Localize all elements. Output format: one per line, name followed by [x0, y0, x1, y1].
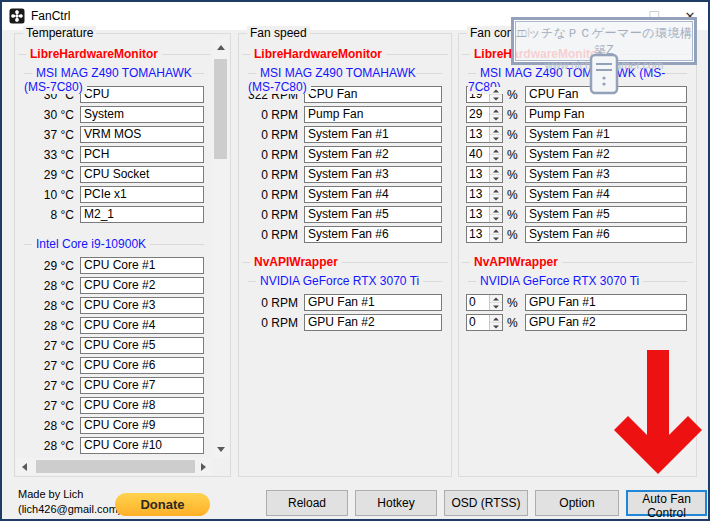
spinner-down-button[interactable]	[490, 175, 502, 182]
sensor-name-field[interactable]: PCIe x1	[80, 186, 204, 203]
auto-fan-control-button[interactable]: Auto Fan Control	[626, 490, 707, 516]
sensor-name-field[interactable]: System Fan #1	[304, 126, 442, 143]
spinner-down-button[interactable]	[490, 115, 502, 122]
spinner-down-button[interactable]	[490, 135, 502, 142]
option-button[interactable]: Option	[535, 490, 619, 516]
sensor-row: 27 °CCPU Core #6	[22, 357, 204, 374]
fan-percent-spinner[interactable]: 0	[466, 314, 503, 331]
sensor-name-field[interactable]: CPU Core #6	[80, 357, 204, 374]
sensor-name-field[interactable]: System Fan #5	[525, 206, 687, 223]
spinner-down-button[interactable]	[490, 95, 502, 102]
sensor-name-field[interactable]: CPU Socket	[80, 166, 204, 183]
sensor-name-field[interactable]: VRM MOS	[80, 126, 204, 143]
sensor-name-field[interactable]: GPU Fan #1	[304, 294, 442, 311]
spinner-value: 0	[467, 315, 489, 330]
vertical-scrollbar[interactable]	[212, 39, 229, 458]
window-title: FanCtrl	[31, 9, 70, 23]
sensor-value-label: 8 °C	[22, 208, 74, 222]
spinner-up-button[interactable]	[490, 87, 502, 95]
sensor-name-field[interactable]: CPU Core #10	[80, 437, 204, 454]
spinner-value: 29	[467, 107, 489, 122]
sensor-name-field[interactable]: CPU Core #1	[80, 257, 204, 274]
sensor-name-field[interactable]: CPU Core #5	[80, 337, 204, 354]
device-header: NVIDIA GeForce RTX 3070 Ti	[468, 274, 687, 289]
fan-percent-spinner[interactable]: 13	[466, 226, 503, 243]
sensor-name-field[interactable]: PCH	[80, 146, 204, 163]
sensor-name-field[interactable]: M2_1	[80, 206, 204, 223]
spinner-buttons	[489, 227, 502, 242]
sensor-name-field[interactable]: System Fan #5	[304, 206, 442, 223]
fan-percent-spinner[interactable]: 40	[466, 146, 503, 163]
sensor-name-field[interactable]: System Fan #4	[525, 186, 687, 203]
spinner-down-button[interactable]	[490, 235, 502, 242]
scroll-up-button[interactable]	[212, 39, 229, 56]
scroll-left-button[interactable]	[16, 458, 33, 475]
sensor-name-field[interactable]: CPU Core #3	[80, 297, 204, 314]
spinner-down-button[interactable]	[490, 195, 502, 202]
hotkey-button[interactable]: Hotkey	[355, 490, 437, 516]
sensor-name-field[interactable]: CPU Core #7	[80, 377, 204, 394]
sensor-name-field[interactable]: System Fan #6	[525, 226, 687, 243]
fan-percent-spinner[interactable]: 13	[466, 186, 503, 203]
spinner-up-button[interactable]	[490, 315, 502, 323]
spinner-up-button[interactable]	[490, 147, 502, 155]
sensor-name-field[interactable]: System Fan #3	[525, 166, 687, 183]
sensor-row: 10 °CPCIe x1	[22, 186, 204, 203]
sensor-name-field[interactable]: System	[80, 106, 204, 123]
sensor-name-field[interactable]: System Fan #2	[304, 146, 442, 163]
fan-percent-spinner[interactable]: 0	[466, 294, 503, 311]
spinner-down-button[interactable]	[490, 323, 502, 330]
spinner-up-button[interactable]	[490, 295, 502, 303]
sensor-name-field[interactable]: Pump Fan	[525, 106, 687, 123]
reload-button[interactable]: Reload	[266, 490, 348, 516]
spinner-up-button[interactable]	[490, 227, 502, 235]
sensor-value-label: 0 RPM	[246, 148, 298, 162]
scroll-right-button[interactable]	[195, 458, 212, 475]
sensor-row: 40%System Fan #2	[466, 146, 687, 163]
spinner-up-button[interactable]	[490, 207, 502, 215]
spinner-down-button[interactable]	[490, 155, 502, 162]
fan-percent-spinner[interactable]: 13	[466, 126, 503, 143]
fan-speed-panel-label: Fan speed	[247, 26, 310, 40]
donate-button[interactable]: Donate	[115, 493, 210, 516]
red-arrow-annotation	[605, 345, 705, 477]
sensor-name-field[interactable]: CPU Core #8	[80, 397, 204, 414]
sensor-name-field[interactable]: System Fan #1	[525, 126, 687, 143]
spinner-down-button[interactable]	[490, 303, 502, 310]
horizontal-scroll-thumb[interactable]	[36, 460, 195, 473]
sensor-name-field[interactable]: CPU Core #4	[80, 317, 204, 334]
sensor-value-label: 28 °C	[22, 439, 74, 453]
osd-rtss-button[interactable]: OSD (RTSS)	[444, 490, 528, 516]
sensor-name-field[interactable]: System Fan #3	[304, 166, 442, 183]
sensor-row: 30 °CSystem	[22, 106, 204, 123]
vertical-scroll-thumb[interactable]	[214, 59, 227, 159]
app-icon[interactable]	[9, 8, 25, 24]
sensor-name-field[interactable]: CPU Core #9	[80, 417, 204, 434]
spinner-up-button[interactable]	[490, 167, 502, 175]
sensor-name-field[interactable]: System Fan #4	[304, 186, 442, 203]
sensor-name-field[interactable]: Pump Fan	[304, 106, 442, 123]
sensor-name-field[interactable]: CPU Fan	[304, 86, 442, 103]
device-header: MSI MAG Z490 TOMAHAWK (MS-7C80)	[248, 66, 442, 81]
sensor-name-field[interactable]: System Fan #2	[525, 146, 687, 163]
sensor-name-field[interactable]: CPU Core #2	[80, 277, 204, 294]
chevron-right-icon	[201, 463, 206, 471]
horizontal-scrollbar[interactable]	[16, 458, 212, 475]
sensor-name-field[interactable]: GPU Fan #1	[525, 294, 687, 311]
footer: Made by Lich (lich426@gmail.com) Donate …	[2, 485, 708, 521]
fan-percent-spinner[interactable]: 13	[466, 166, 503, 183]
sensor-row: 13%System Fan #6	[466, 226, 687, 243]
source-title-label: LibreHardwareMonitor	[250, 47, 386, 61]
fan-percent-spinner[interactable]: 13	[466, 206, 503, 223]
spinner-up-button[interactable]	[490, 187, 502, 195]
spinner-down-button[interactable]	[490, 215, 502, 222]
sensor-name-field[interactable]: CPU	[80, 86, 204, 103]
made-by-label: Made by Lich	[18, 487, 121, 502]
sensor-name-field[interactable]: System Fan #6	[304, 226, 442, 243]
spinner-up-button[interactable]	[490, 127, 502, 135]
sensor-name-field[interactable]: GPU Fan #2	[525, 314, 687, 331]
sensor-name-field[interactable]: GPU Fan #2	[304, 314, 442, 331]
fan-percent-spinner[interactable]: 29	[466, 106, 503, 123]
scroll-down-button[interactable]	[212, 441, 229, 458]
spinner-up-button[interactable]	[490, 107, 502, 115]
